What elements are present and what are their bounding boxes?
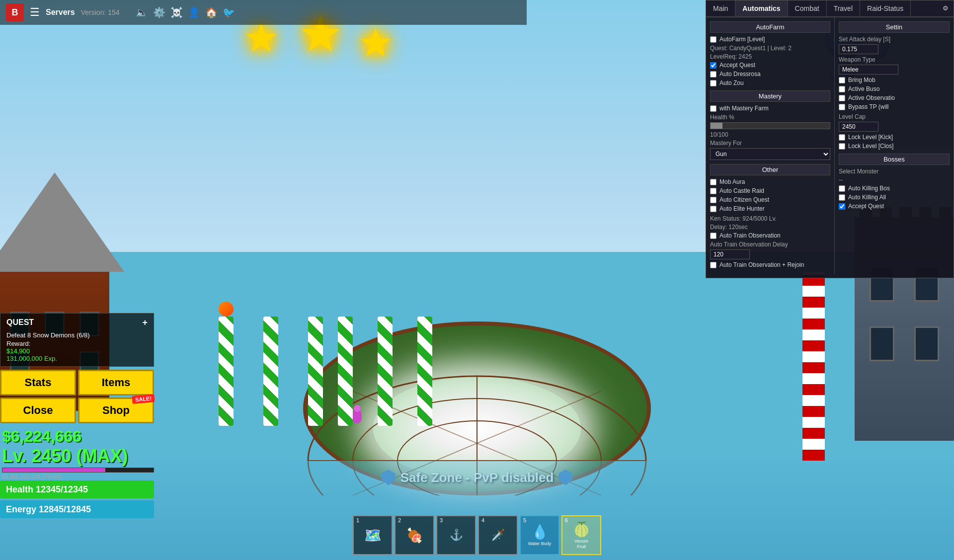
autofarm-level-label: AutoFarm [Level] [719,36,765,43]
mastery-section-header: Mastery [710,90,830,102]
attack-delay-input[interactable] [839,44,878,54]
weapon-type-input[interactable] [839,65,898,75]
auto-citizen-quest-checkbox[interactable] [710,197,716,203]
bring-mob-row[interactable]: Bring Mob [839,77,950,83]
bypass-tp-checkbox[interactable] [839,104,845,110]
star-3: ★ [358,20,394,66]
close-button[interactable]: Close [0,398,76,423]
quest-label: QUEST [6,318,34,327]
lock-level-close-row[interactable]: Lock Level [Clos] [839,143,950,150]
hotbar-slot-6-label: VenomFruit [574,539,588,550]
tab-automatics[interactable]: Automatics [735,0,788,16]
servers-button[interactable]: Servers [46,8,75,17]
tab-settings-icon[interactable]: ⚙ [938,0,954,16]
auto-elite-hunter-row[interactable]: Auto Elite Hunter [710,205,830,212]
accept-quest-right-checkbox[interactable] [839,203,845,210]
hotbar-slot-6[interactable]: 6 🍈 VenomFruit [561,515,601,555]
menu-button[interactable]: ☰ [30,6,40,19]
twitter-icon[interactable]: 🐦 [223,6,235,18]
hotbar-slot-2[interactable]: 2 🍖 [395,515,434,555]
auto-killing-boss-row[interactable]: Auto Killing Bos [839,185,950,192]
quest-money: $14,900 [6,347,148,355]
hotbar-slot-5[interactable]: 5 💧 Water Body [520,515,559,555]
candy-pole-6 [417,317,432,426]
mob-aura-checkbox[interactable] [710,179,716,185]
logo: B [6,3,24,21]
autofarm-section-header: AutoFarm [710,21,830,33]
auto-train-observation-row[interactable]: Auto Train Observation [710,232,830,239]
sound-icon[interactable]: 🔈 [136,6,148,18]
auto-dressrosa-row[interactable]: Auto Dressrosa [710,71,830,78]
active-buso-checkbox[interactable] [839,86,845,92]
auto-killing-all-checkbox[interactable] [839,194,845,201]
mastery-farm-checkbox[interactable] [710,105,716,112]
auto-citizen-quest-row[interactable]: Auto Citizen Quest [710,196,830,203]
mastery-farm-row[interactable]: with Mastery Farm [710,105,830,112]
quest-description: Defeat 8 Snow Demons (6/8) [6,331,148,340]
shop-button[interactable]: Shop SALE! [78,398,154,423]
candy-pole-1 [219,317,234,426]
bypass-tp-label: Bypass TP (will [848,103,889,110]
active-buso-row[interactable]: Active Buso [839,85,950,92]
tab-raid-status[interactable]: Raid-Status [860,0,911,16]
auto-dressrosa-checkbox[interactable] [710,71,716,78]
auto-train-rejoin-label: Auto Train Observation + Rejoin [719,261,804,268]
bosses-section-header: Bosses [839,154,950,165]
money-text: $6,224,666 [2,427,154,446]
bring-mob-checkbox[interactable] [839,77,845,83]
auto-zou-label: Auto Zou [719,80,744,86]
accept-quest-right-row[interactable]: Accept Quest [839,203,950,210]
auto-castle-raid-checkbox[interactable] [710,188,716,194]
auto-train-rejoin-checkbox[interactable] [710,262,716,268]
auto-killing-all-row[interactable]: Auto Killing All [839,194,950,201]
level-text: Lv. 2450 (MAX) [2,446,154,467]
settings-section-header: Settin [839,21,950,33]
bypass-tp-row[interactable]: Bypass TP (will [839,103,950,110]
accept-quest-checkbox[interactable] [710,62,716,69]
striped-post [802,272,825,461]
lock-level-kick-checkbox[interactable] [839,134,845,141]
quest-plus-button[interactable]: + [142,318,148,328]
mastery-dropdown[interactable]: Gun Sword Blox Fruit [710,148,830,160]
auto-elite-hunter-checkbox[interactable] [710,206,716,212]
active-observation-row[interactable]: Active Observatio [839,94,950,101]
level-cap-input[interactable] [839,122,878,132]
lock-level-kick-row[interactable]: Lock Level [Kick] [839,134,950,141]
stats-button[interactable]: Stats [0,370,76,396]
auto-castle-raid-label: Auto Castle Raid [719,187,764,194]
person-icon[interactable]: 👤 [188,6,200,18]
hotbar-slot-3[interactable]: 3 ⚓ [436,515,476,555]
hotbar-slot-5-num: 5 [523,517,526,523]
hotbar-slot-2-num: 2 [398,517,401,523]
mob-aura-row[interactable]: Mob Aura [710,178,830,185]
auto-zou-checkbox[interactable] [710,80,716,86]
skull-icon[interactable]: ☠️ [170,6,183,18]
auto-zou-row[interactable]: Auto Zou [710,80,830,86]
observation-delay-input[interactable] [710,249,750,259]
settings-icon[interactable]: ⚙️ [153,6,165,18]
hotbar-slot-1[interactable]: 1 🗺️ [353,515,393,555]
tab-main[interactable]: Main [706,0,735,16]
auto-castle-raid-row[interactable]: Auto Castle Raid [710,187,830,194]
tab-combat[interactable]: Combat [788,0,827,16]
autofarm-level-row[interactable]: AutoFarm [Level] [710,36,830,43]
candy-pole-3 [308,317,323,426]
exp-text: 85,161,311/124,770,606 [2,474,154,480]
lock-level-close-checkbox[interactable] [839,143,845,150]
accept-quest-row[interactable]: Accept Quest [710,62,830,69]
auto-elite-hunter-label: Auto Elite Hunter [719,205,765,212]
home-icon[interactable]: 🏠 [205,6,218,18]
autofarm-level-checkbox[interactable] [710,36,716,43]
items-button[interactable]: Items [78,370,154,396]
hotbar-slot-4[interactable]: 4 🗡️ [478,515,518,555]
quest-header: QUEST + [6,318,148,328]
auto-train-rejoin-row[interactable]: Auto Train Observation + Rejoin [710,261,830,268]
tab-travel[interactable]: Travel [827,0,860,16]
auto-train-observation-checkbox[interactable] [710,233,716,239]
other-section-header: Other [710,164,830,175]
level-cap-label: Level Cap [839,113,950,120]
active-observation-checkbox[interactable] [839,95,845,101]
attack-delay-input-row [839,44,950,54]
auto-killing-boss-checkbox[interactable] [839,185,845,192]
hotbar-slot-3-icon: ⚓ [450,529,463,542]
